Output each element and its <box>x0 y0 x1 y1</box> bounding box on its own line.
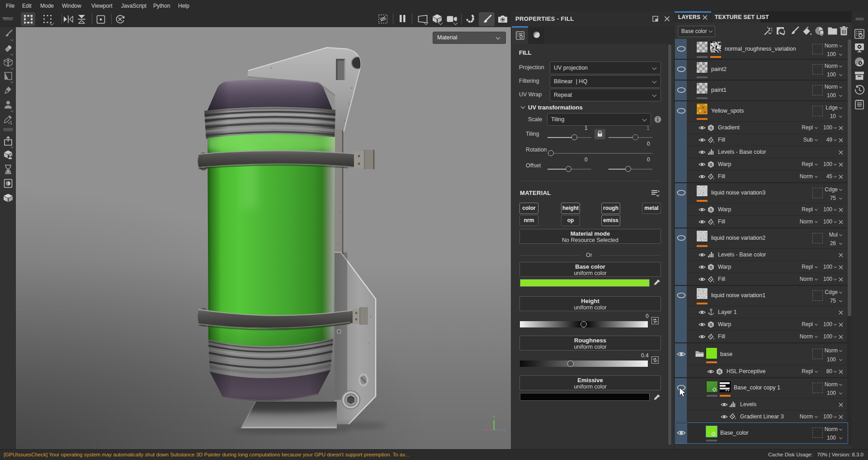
svg-text:x: x <box>483 428 485 432</box>
svg-text:z: z <box>504 428 505 432</box>
svg-text:Y: Y <box>493 415 495 419</box>
